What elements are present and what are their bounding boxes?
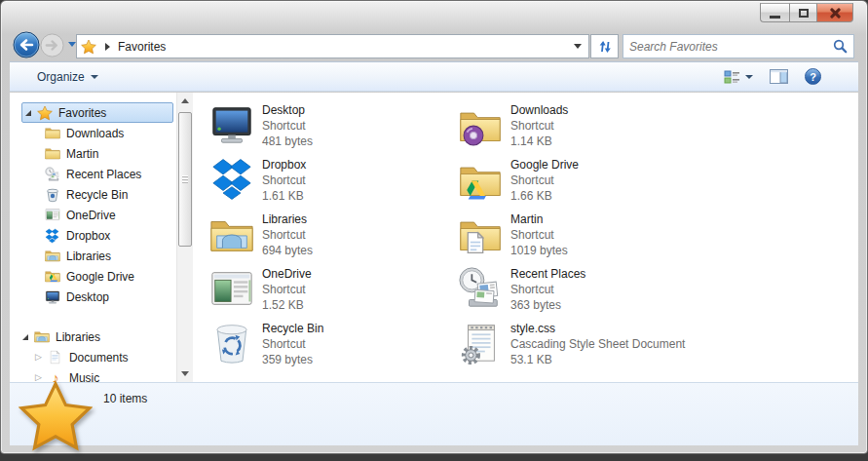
file-tile-desktop[interactable]: Desktop Shortcut 481 bytes — [208, 101, 452, 156]
file-type: Shortcut — [510, 227, 568, 243]
file-name: OneDrive — [262, 266, 312, 282]
file-type: Shortcut — [262, 282, 312, 297]
desktop-icon — [208, 101, 255, 148]
user-folder-icon — [457, 211, 504, 257]
organize-label: Organize — [37, 70, 85, 84]
file-tile-google-drive[interactable]: Google Drive Shortcut 1.66 KB — [457, 156, 700, 211]
file-type: Shortcut — [262, 173, 306, 188]
folder-icon — [45, 126, 60, 141]
folder-icon — [45, 146, 60, 162]
file-tile-recent-places[interactable]: Recent Places Shortcut 363 bytes — [457, 265, 700, 320]
desktop-icon — [45, 289, 60, 305]
sidebar-item-libraries[interactable]: Libraries — [10, 246, 176, 266]
file-size: 1.61 KB — [262, 188, 306, 204]
scroll-down-button[interactable] — [177, 365, 193, 382]
arrow-up-icon — [181, 98, 189, 103]
downloads-folder-icon — [457, 101, 504, 148]
preview-pane-icon — [770, 69, 788, 84]
file-type: Shortcut — [510, 118, 568, 134]
file-name: Desktop — [262, 102, 313, 118]
close-button[interactable] — [817, 3, 853, 22]
recent-places-icon — [45, 167, 60, 182]
libraries-icon — [34, 329, 50, 345]
file-name: Google Drive — [510, 157, 579, 173]
file-tile-libraries[interactable]: Libraries Shortcut 694 bytes — [208, 211, 452, 265]
details-pane: 10 items — [10, 382, 858, 445]
star-icon — [37, 105, 53, 121]
organize-button[interactable]: Organize — [27, 66, 108, 88]
file-type: Shortcut — [262, 336, 323, 352]
css-file-icon — [457, 320, 504, 366]
minimize-button[interactable] — [760, 3, 789, 22]
file-tile-recycle-bin[interactable]: Recycle Bin Shortcut 359 bytes — [208, 320, 452, 374]
search-input[interactable] — [629, 40, 833, 54]
libraries-icon — [208, 211, 255, 257]
back-button[interactable] — [13, 31, 40, 58]
sidebar-item-martin[interactable]: Martin — [10, 143, 176, 164]
explorer-window: Favorites Organize — [0, 0, 868, 454]
file-size: 694 bytes — [262, 243, 313, 258]
sidebar-item-google-drive[interactable]: Google Drive — [10, 266, 176, 287]
arrow-down-icon — [181, 371, 189, 376]
file-list-pane: Desktop Shortcut 481 bytes Downloads Sho… — [193, 93, 858, 382]
address-dropdown-icon[interactable] — [574, 44, 582, 49]
breadcrumb-location[interactable]: Favorites — [118, 40, 574, 54]
expander-closed-icon[interactable]: ▷ — [35, 353, 42, 362]
sidebar-item-desktop[interactable]: Desktop — [10, 287, 176, 307]
file-name: Recycle Bin — [262, 321, 323, 336]
sidebar-item-onedrive[interactable]: OneDrive — [10, 205, 176, 225]
scroll-up-button[interactable] — [177, 93, 193, 109]
favorites-star-icon — [19, 379, 93, 453]
recycle-bin-icon — [208, 320, 255, 366]
file-size: 481 bytes — [262, 134, 313, 149]
file-type: Shortcut — [510, 282, 585, 297]
file-name: Downloads — [510, 102, 568, 118]
sidebar-item-favorites[interactable]: Favorites — [21, 102, 173, 123]
file-size: 1.14 KB — [510, 134, 568, 149]
onedrive-icon — [45, 208, 60, 223]
scrollbar-thumb[interactable] — [178, 112, 192, 247]
sidebar-item-dropbox[interactable]: Dropbox — [10, 225, 176, 246]
file-size: 53.1 KB — [510, 352, 685, 367]
help-icon — [805, 68, 821, 85]
breadcrumb-arrow-icon[interactable] — [105, 43, 110, 51]
views-dropdown-icon[interactable] — [745, 75, 753, 79]
items-count: 10 items — [103, 392, 147, 405]
minimize-icon — [770, 16, 780, 19]
window-controls — [760, 3, 853, 22]
preview-pane-button[interactable] — [766, 66, 792, 87]
file-tile-downloads[interactable]: Downloads Shortcut 1.14 KB — [457, 101, 700, 156]
change-view-button[interactable] — [720, 66, 757, 88]
search-icon[interactable] — [833, 39, 848, 54]
file-size: 363 bytes — [510, 297, 585, 313]
google-drive-folder-icon — [457, 156, 504, 203]
file-size: 1019 bytes — [510, 243, 568, 258]
libraries-icon — [45, 249, 60, 264]
toolbar: Organize — [10, 61, 858, 92]
sidebar-item-downloads[interactable]: Downloads — [10, 123, 176, 143]
file-tile-style-css[interactable]: style.css Cascading Style Sheet Document… — [457, 320, 700, 374]
scrollbar-grip-icon — [182, 175, 188, 183]
file-tile-dropbox[interactable]: Dropbox Shortcut 1.61 KB — [208, 156, 452, 211]
recycle-bin-icon — [45, 187, 60, 203]
refresh-icon — [597, 40, 612, 54]
sidebar-item-documents[interactable]: ▷ Documents — [10, 347, 176, 367]
sidebar-item-recycle-bin[interactable]: Recycle Bin — [10, 184, 176, 205]
file-tile-onedrive[interactable]: OneDrive Shortcut 1.52 KB — [208, 265, 452, 320]
refresh-button[interactable] — [590, 34, 619, 58]
sidebar-item-recent-places[interactable]: Recent Places — [10, 164, 176, 184]
help-button[interactable] — [801, 65, 825, 88]
file-tile-martin[interactable]: Martin Shortcut 1019 bytes — [457, 211, 700, 265]
onedrive-icon — [208, 265, 255, 312]
file-type: Cascading Style Sheet Document — [510, 336, 685, 352]
maximize-button[interactable] — [789, 3, 817, 22]
recent-pages-dropdown-icon[interactable] — [68, 42, 76, 47]
expander-open-icon[interactable] — [22, 334, 28, 340]
content-area: Favorites Downloads Martin Recent Places… — [10, 93, 858, 382]
sidebar-scrollbar[interactable] — [176, 93, 193, 382]
search-box — [623, 34, 854, 58]
expander-open-icon[interactable] — [25, 110, 31, 116]
forward-button[interactable] — [40, 33, 64, 58]
sidebar-section-libraries[interactable]: Libraries — [10, 327, 176, 347]
address-bar[interactable]: Favorites — [76, 34, 589, 58]
